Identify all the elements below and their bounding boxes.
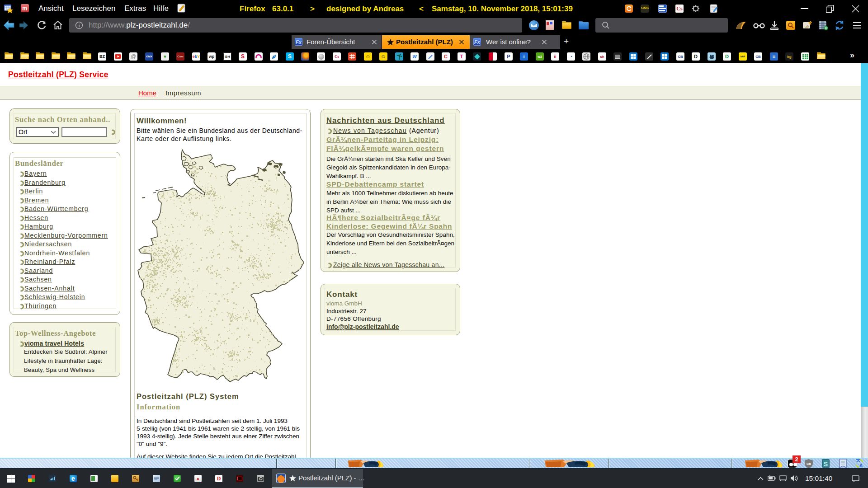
svg-text:A: A (859, 463, 863, 468)
svg-text:ub: ub (807, 462, 811, 466)
